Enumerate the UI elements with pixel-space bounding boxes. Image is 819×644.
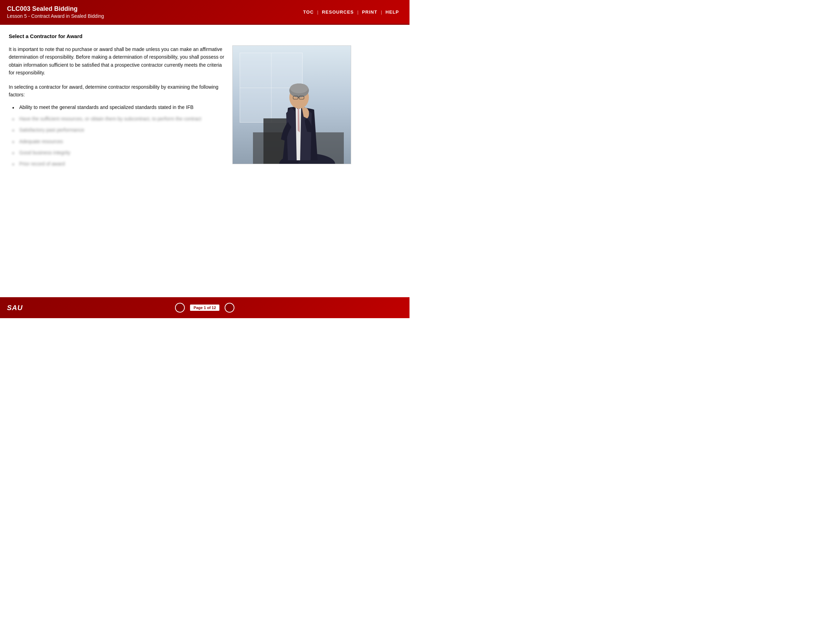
content-layout: It is important to note that no purchase… <box>9 45 401 172</box>
prev-button[interactable] <box>175 303 185 313</box>
print-button[interactable]: PRINT <box>358 9 381 15</box>
text-column: It is important to note that no purchase… <box>9 45 225 172</box>
footer-nav: Page 1 of 12 <box>175 303 234 313</box>
image-column <box>232 45 351 164</box>
list-item: Satisfactory past performance <box>12 126 225 134</box>
bullet-list: Ability to meet the general standards an… <box>9 103 225 168</box>
resources-button[interactable]: RESOURCES <box>318 9 357 15</box>
svg-marker-9 <box>179 306 181 310</box>
page-title: Select a Contractor for Award <box>9 33 401 39</box>
list-item: Good business integrity <box>12 149 225 156</box>
list-item: Prior record of award <box>12 160 225 168</box>
course-image <box>232 45 351 164</box>
lesson-name: Lesson 5 - Contract Award in Sealed Bidd… <box>7 13 104 19</box>
course-id: CLC003 Sealed Bidding <box>7 5 104 12</box>
next-arrow-icon <box>227 305 232 310</box>
toc-button[interactable]: TOC <box>300 9 317 15</box>
svg-marker-10 <box>229 306 230 310</box>
list-item: Ability to meet the general standards an… <box>12 103 225 111</box>
person-illustration <box>253 63 344 164</box>
prev-arrow-icon <box>178 305 182 310</box>
list-item: Adequate resources <box>12 138 225 145</box>
page-indicator: Page 1 of 12 <box>190 305 220 311</box>
help-button[interactable]: HELP <box>382 9 403 15</box>
footer-logo: SAU <box>7 304 23 312</box>
next-button[interactable] <box>225 303 234 313</box>
content-area: Select a Contractor for Award It is impo… <box>0 25 410 297</box>
header-nav: TOC | RESOURCES | PRINT | HELP <box>300 9 403 15</box>
footer: SAU Page 1 of 12 <box>0 297 410 318</box>
list-item: Have the sufficient resources, or obtain… <box>12 115 225 123</box>
header-title-block: CLC003 Sealed Bidding Lesson 5 - Contrac… <box>7 5 104 19</box>
svg-point-5 <box>290 83 308 93</box>
secondary-paragraph: In selecting a contractor for award, det… <box>9 83 225 99</box>
intro-paragraph: It is important to note that no purchase… <box>9 45 225 77</box>
header: CLC003 Sealed Bidding Lesson 5 - Contrac… <box>0 0 410 24</box>
